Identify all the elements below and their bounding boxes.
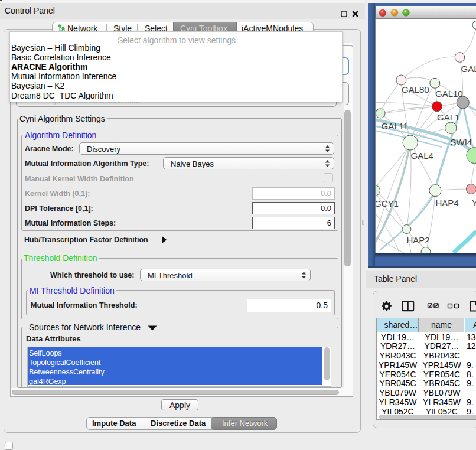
svg-text:GAL1: GAL1 — [437, 112, 459, 122]
svg-text:YM: YM — [472, 197, 476, 207]
svg-text:HAP2: HAP2 — [407, 234, 430, 244]
svg-text:HAP4: HAP4 — [436, 197, 459, 207]
svg-text:GAL10: GAL10 — [435, 88, 463, 98]
svg-text:GAL80: GAL80 — [402, 84, 429, 94]
svg-text:GAL7: GAL7 — [461, 64, 476, 74]
svg-text:GCY1: GCY1 — [376, 198, 399, 208]
svg-text:GAL4: GAL4 — [411, 150, 433, 160]
svg-text:GAL11: GAL11 — [382, 120, 409, 131]
svg-text:SWI4: SWI4 — [451, 136, 472, 146]
